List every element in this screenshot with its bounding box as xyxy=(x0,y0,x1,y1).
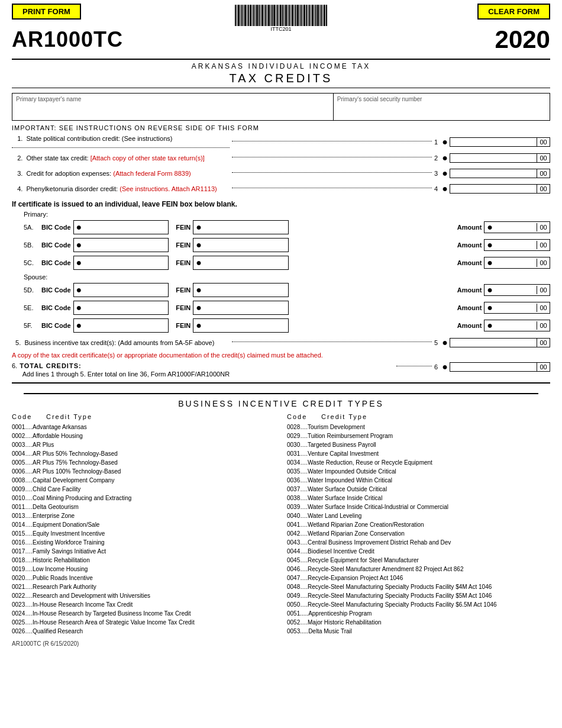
list-item: 0050….Recycle-Steel Manufacturing Specia… xyxy=(287,600,550,609)
list-item: 0044….Biodiesel Incentive Credit xyxy=(287,547,550,556)
line5-bullet: ● xyxy=(440,338,450,347)
svg-rect-3 xyxy=(238,5,240,26)
bic-code-input-5a[interactable] xyxy=(84,224,166,231)
bic-code-box-5b[interactable]: ● xyxy=(73,238,169,252)
clear-button[interactable]: CLEAR FORM xyxy=(477,4,550,20)
bic-code-box-5a[interactable]: ● xyxy=(73,220,169,234)
fein-box-5b[interactable]: ● xyxy=(193,238,289,252)
amount-input-5c[interactable] xyxy=(495,259,537,267)
fein-box-5e[interactable]: ● xyxy=(193,301,289,315)
fein-label-5d: FEIN xyxy=(176,286,190,294)
list-item: 0051.....Apprenticeship Program xyxy=(287,609,550,618)
fein-box-5f[interactable]: ● xyxy=(193,318,289,333)
bic-code-box-5e[interactable]: ● xyxy=(73,301,169,315)
fein-box-5a[interactable]: ● xyxy=(193,220,289,234)
bic-code-bullet-5d: ● xyxy=(76,285,82,295)
bic-code-label-5b: BIC Code xyxy=(41,241,71,249)
fein-bullet-5e: ● xyxy=(196,302,202,313)
fein-box-5d[interactable]: ● xyxy=(193,283,289,297)
bic-row-5f: 5F. BIC Code ● FEIN ● Amount ● 00 xyxy=(24,318,550,333)
bic-code-input-5c[interactable] xyxy=(84,259,166,266)
fein-group-5e: FEIN ● xyxy=(176,301,289,315)
amount-cents-5b: 00 xyxy=(537,241,550,249)
line1-text: 1. State political contribution credit: … xyxy=(12,135,232,149)
taxpayer-name-field[interactable]: Primary taxpayer's name xyxy=(12,94,334,120)
fein-input-5f[interactable] xyxy=(204,322,286,329)
credit-col-right: Code Credit Type 0028….Tourism Developme… xyxy=(287,413,550,636)
amount-input-5e[interactable] xyxy=(495,304,537,312)
line6-amount-input[interactable] xyxy=(450,363,537,371)
fein-label-5a: FEIN xyxy=(176,224,190,231)
list-item: 0030….Targeted Business Payroll xyxy=(287,440,550,449)
taxpayer-name-input[interactable] xyxy=(16,111,330,118)
line5-amount-input[interactable] xyxy=(450,339,537,347)
line6-num: 6 xyxy=(434,363,438,371)
bic-code-input-5b[interactable] xyxy=(84,241,166,249)
amount-bullet-5d: ● xyxy=(487,285,493,295)
amount-label-5c: Amount xyxy=(457,259,482,266)
bic-code-bullet-5a: ● xyxy=(76,222,82,233)
list-item: 0038….Water Surface Inside Critical xyxy=(287,494,550,502)
list-item: 0011….Delta Geotourism xyxy=(12,502,275,511)
bic-code-box-5d[interactable]: ● xyxy=(73,283,169,297)
bic-code-bullet-5e: ● xyxy=(76,302,82,313)
fein-label-5e: FEIN xyxy=(176,304,190,311)
fein-bullet-5b: ● xyxy=(196,240,202,250)
svg-rect-45 xyxy=(309,5,310,26)
bic-code-input-5e[interactable] xyxy=(84,304,166,311)
amount-group-5d: Amount ● 00 xyxy=(457,284,550,296)
line5-text: 5. Business incentive tax credit(s): (Ad… xyxy=(12,339,232,346)
list-item: 0028….Tourism Development xyxy=(287,423,550,431)
bic-code-group-5d: BIC Code ● xyxy=(41,283,169,297)
bic-code-input-5f[interactable] xyxy=(84,322,166,329)
top-bar: PRINT FORM /* barcode bars */ xyxy=(0,0,562,23)
line3-amount-input[interactable] xyxy=(450,169,537,178)
bic-code-box-5c[interactable]: ● xyxy=(73,256,169,270)
amount-bullet-5a: ● xyxy=(487,222,493,233)
svg-rect-49 xyxy=(315,5,316,26)
bic-code-bullet-5b: ● xyxy=(76,240,82,250)
amount-input-5b[interactable] xyxy=(495,241,537,249)
bic-code-label-5f: BIC Code xyxy=(41,322,71,329)
line2-amount-box: 00 xyxy=(450,153,550,163)
list-item: 0041….Wetland Riparian Zone Creation/Res… xyxy=(287,520,550,529)
line5-cents: 00 xyxy=(537,339,550,347)
line1-amount-input[interactable] xyxy=(450,138,537,146)
fein-input-5c[interactable] xyxy=(204,259,286,266)
fein-input-5e[interactable] xyxy=(204,304,286,311)
amount-group-5e: Amount ● 00 xyxy=(457,302,550,314)
ssn-input[interactable] xyxy=(337,111,546,118)
print-button[interactable]: PRINT FORM xyxy=(12,4,81,20)
list-item: 0008….Capital Development Company xyxy=(12,476,275,485)
svg-rect-22 xyxy=(270,5,271,26)
fein-box-5c[interactable]: ● xyxy=(193,256,289,270)
amount-input-5f[interactable] xyxy=(495,321,537,330)
svg-rect-51 xyxy=(319,5,320,26)
line2-amount-input[interactable] xyxy=(450,154,537,162)
bic-code-input-5d[interactable] xyxy=(84,286,166,294)
ssn-field[interactable]: Primary's social security number xyxy=(334,94,550,120)
list-item: 0003….AR Plus xyxy=(12,440,275,449)
list-item: 0010….Coal Mining Producing and Extracti… xyxy=(12,494,275,502)
svg-rect-50 xyxy=(317,5,319,26)
bic-code-box-5f[interactable]: ● xyxy=(73,318,169,333)
amount-input-5d[interactable] xyxy=(495,286,537,294)
amount-input-5a[interactable] xyxy=(495,223,537,231)
svg-rect-11 xyxy=(252,5,253,26)
line4-amount-input[interactable] xyxy=(450,185,537,193)
credit-types-section: Code Credit Type 0001….Advantage Arkansa… xyxy=(12,413,550,636)
svg-rect-43 xyxy=(306,5,307,26)
fein-group-5d: FEIN ● xyxy=(176,283,289,297)
amount-group-5a: Amount ● 00 xyxy=(457,221,550,233)
line6-cents: 00 xyxy=(537,363,550,371)
line6-sub: Add lines 1 through 5. Enter total on li… xyxy=(12,371,396,378)
svg-rect-16 xyxy=(260,5,261,26)
svg-rect-2 xyxy=(237,5,237,26)
svg-rect-39 xyxy=(299,5,300,26)
fein-input-5a[interactable] xyxy=(204,224,286,231)
svg-rect-27 xyxy=(279,5,279,26)
year: 2020 xyxy=(495,25,550,54)
fein-input-5b[interactable] xyxy=(204,241,286,249)
svg-rect-47 xyxy=(312,5,314,26)
fein-input-5d[interactable] xyxy=(204,286,286,294)
